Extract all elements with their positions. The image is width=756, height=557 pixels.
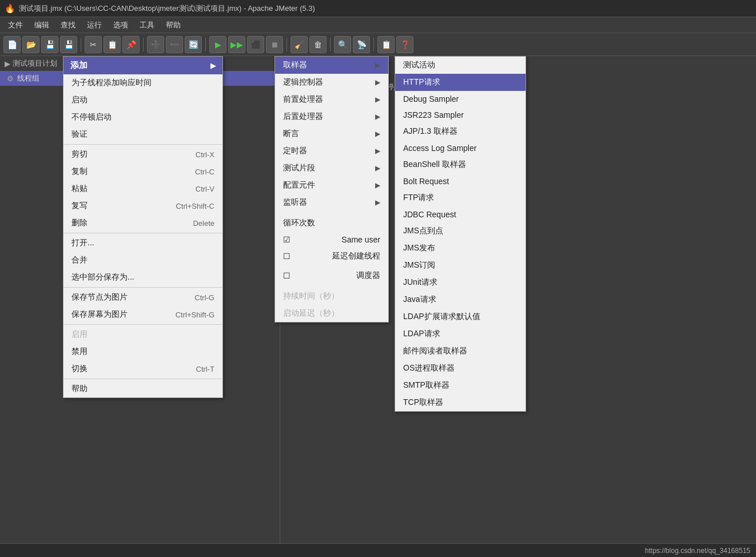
menu-item-help[interactable]: 帮助 [63,380,222,397]
sampler-bolt[interactable]: Bolt Request [395,173,526,189]
sampler-ajp[interactable]: AJP/1.3 取样器 [395,123,526,140]
tb-collapse[interactable]: ➖ [166,36,183,53]
menu-item-merge[interactable]: 合并 [63,252,222,269]
menu-delay-create[interactable]: ☐ 延迟创建线程 [275,248,388,265]
item-label: 帮助 [71,384,87,394]
menu-item-save-screen-img[interactable]: 保存屏幕为图片 Ctrl+Shift-G [63,306,222,323]
sampler-smtp[interactable]: SMTP取样器 [395,377,526,394]
menu-item-文件[interactable]: 文件 [3,18,27,32]
submenu-logic-controller[interactable]: 逻辑控制器 ▶ [275,74,388,91]
sampler-jdbc[interactable]: JDBC Request [395,206,526,222]
tb-clear-all[interactable]: 🗑 [309,36,327,53]
menu-item-duplicate[interactable]: 复写 Ctrl+Shift-C [63,197,222,214]
menu-item-disable[interactable]: 禁用 [63,343,222,360]
tb-stop-now[interactable]: ⏹ [266,36,283,53]
menu-item-save-selection[interactable]: 选中部分保存为... [63,269,222,286]
sep4 [287,38,287,51]
sampler-tcp[interactable]: TCP取样器 [395,394,526,411]
header-arrow: ▶ [210,62,216,70]
tb-remote[interactable]: 📡 [353,36,370,53]
submenu-pre-processor[interactable]: 前置处理器 ▶ [275,91,388,108]
context-menu-level1: 添加 ▶ 为子线程添加响应时间 启动 不停顿启动 验证 剪切 Ctrl-X 复制… [63,56,223,398]
menu-scheduler[interactable]: ☐ 调度器 [275,267,388,284]
menu-item-工具[interactable]: 工具 [135,18,159,32]
sampler-jsr223[interactable]: JSR223 Sampler [395,107,526,123]
sampler-mail[interactable]: 邮件阅读者取样器 [395,343,526,360]
sampler-jms-sub[interactable]: JMS订阅 [395,257,526,274]
arrow-right-icon: ▶ [375,147,380,155]
menu-item-start[interactable]: 启动 [63,91,222,109]
tb-clear[interactable]: 🧹 [291,36,308,53]
arrow-right-icon: ▶ [375,181,380,189]
item-label: 前置处理器 [283,94,323,105]
menu-item-save-node-img[interactable]: 保存节点为图片 Ctrl-G [63,289,222,306]
menu-item-运行[interactable]: 运行 [82,18,106,32]
sampler-debug[interactable]: Debug Sampler [395,91,526,107]
arrow-right-icon: ▶ [375,96,380,104]
menu-item-enable: 启用 [63,326,222,343]
sampler-jms-p2p[interactable]: JMS点到点 [395,222,526,240]
tb-open[interactable]: 📂 [22,36,39,53]
tb-paste[interactable]: 📌 [122,36,140,53]
tb-expand[interactable]: ➕ [147,36,164,53]
menu-item-open[interactable]: 打开... [63,234,222,252]
tb-save[interactable]: 💾 [60,36,77,53]
submenu-listener[interactable]: 监听器 ▶ [275,194,388,211]
sampler-ftp[interactable]: FTP请求 [395,189,526,206]
tb-cut[interactable]: ✂ [85,36,102,53]
submenu-sampler[interactable]: 取样器 ▶ [275,57,388,74]
tb-run[interactable]: ▶ [209,36,226,53]
sampler-http-request[interactable]: HTTP请求 [395,74,526,91]
item-label: Java请求 [403,295,436,304]
breadcrumb-text: 测试项目计划 [13,58,57,69]
sampler-os[interactable]: OS进程取样器 [395,360,526,377]
submenu-test-fragment[interactable]: 测试片段 ▶ [275,160,388,177]
item-label: 持续时间（秒） [283,291,339,301]
submenu-config-element[interactable]: 配置元件 ▶ [275,177,388,194]
item-label: 启动延迟（秒） [283,308,339,319]
sampler-ldap[interactable]: LDAP请求 [395,325,526,343]
submenu-timer[interactable]: 定时器 ▶ [275,142,388,160]
menu-item-cut[interactable]: 剪切 Ctrl-X [63,146,222,163]
item-label: 复制 [71,166,87,177]
tb-refresh[interactable]: 🔄 [185,36,202,53]
menu-item-validate[interactable]: 验证 [63,126,222,143]
tb-new[interactable]: 📄 [3,36,21,53]
item-label: Access Log Sampler [403,144,476,153]
menu-item-copy[interactable]: 复制 Ctrl-C [63,163,222,180]
tb-copy[interactable]: 📋 [104,36,121,53]
sampler-ldap-ext[interactable]: LDAP扩展请求默认值 [395,308,526,325]
title-text: 测试项目.jmx (C:\Users\CC-CAN\Desktop\jmeter… [19,3,315,14]
menu-item-paste[interactable]: 粘贴 Ctrl-V [63,180,222,197]
menu-item-delete[interactable]: 删除 Delete [63,214,222,232]
sampler-java[interactable]: Java请求 [395,291,526,308]
menu-item-选项[interactable]: 选项 [109,18,133,32]
sampler-access-log[interactable]: Access Log Sampler [395,140,526,156]
sampler-test-activity[interactable]: 测试活动 [395,57,526,74]
sampler-beanshell[interactable]: BeanShell 取样器 [395,156,526,173]
tb-help[interactable]: ❓ [396,36,413,53]
menu-item-toggle[interactable]: 切换 Ctrl-T [63,360,222,377]
tb-list[interactable]: 📋 [377,36,395,53]
sampler-jms-pub[interactable]: JMS发布 [395,240,526,257]
menu-item-帮助[interactable]: 帮助 [161,18,185,32]
tb-find[interactable]: 🔍 [334,36,351,53]
submenu-post-processor[interactable]: 后置处理器 ▶ [275,108,388,125]
tb-stop[interactable]: ⬛ [247,36,264,53]
sampler-junit[interactable]: JUnit请求 [395,274,526,291]
sep [63,233,222,233]
context-menu-header: 添加 ▶ [63,57,222,74]
menu-item-start-no-pause[interactable]: 不停顿启动 [63,109,222,126]
menu-same-user[interactable]: ☑ Same user [275,232,388,248]
title-bar: 🔥 测试项目.jmx (C:\Users\CC-CAN\Desktop\jmet… [0,0,756,17]
arrow-right-icon: ▶ [375,61,380,69]
submenu-assertion[interactable]: 断言 ▶ [275,125,388,142]
menu-duration: 持续时间（秒） [275,288,388,305]
item-label: OS进程取样器 [403,363,455,372]
tb-run-no-pause[interactable]: ▶▶ [228,36,245,53]
tb-save-copy[interactable]: 💾 [41,36,58,53]
menu-item-查找[interactable]: 查找 [56,18,80,32]
menu-item-编辑[interactable]: 编辑 [30,18,54,32]
menu-item-add-response-time[interactable]: 为子线程添加响应时间 [63,74,222,91]
flame-icon: 🔥 [5,3,15,14]
